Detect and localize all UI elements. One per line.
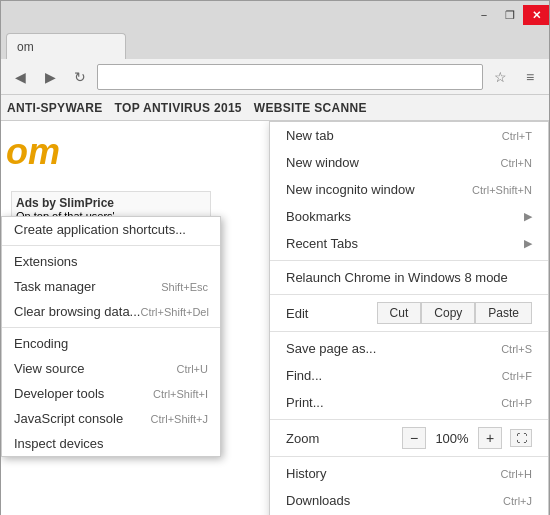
menu-history-label: History [286,466,326,481]
left-menu-developer-tools[interactable]: Developer tools Ctrl+Shift+I [2,381,220,406]
menu-sep-3 [270,331,548,332]
zoom-plus-button[interactable]: + [478,427,502,449]
site-logo: om [6,131,60,173]
menu-print-shortcut: Ctrl+P [501,397,532,409]
menu-sep-5 [270,456,548,457]
menu-bookmarks-arrow: ▶ [524,210,532,223]
menu-print-label: Print... [286,395,324,410]
menu-new-window-shortcut: Ctrl+N [501,157,532,169]
browser-window: − ❐ ✕ om ◀ ▶ ↻ ☆ ≡ ANTI-SPYWARE TOP ANTI… [0,0,550,515]
left-menu-clear-browsing-label: Clear browsing data... [14,304,140,319]
menu-relaunch[interactable]: Relaunch Chrome in Windows 8 mode [270,264,548,291]
menu-new-window[interactable]: New window Ctrl+N [270,149,548,176]
tab-label: om [17,40,34,54]
menu-new-window-label: New window [286,155,359,170]
toolbar: ◀ ▶ ↻ ☆ ≡ [1,59,549,95]
star-icon[interactable]: ☆ [487,64,513,90]
menu-bookmarks-label: Bookmarks [286,209,351,224]
left-menu-inspect-devices-label: Inspect devices [14,436,104,451]
omnibox[interactable] [97,64,483,90]
ad-title: Ads by SlimPrice [16,196,206,210]
left-menu-clear-browsing-shortcut: Ctrl+Shift+Del [140,306,208,318]
left-menu-task-manager-label: Task manager [14,279,96,294]
left-menu-developer-tools-shortcut: Ctrl+Shift+I [153,388,208,400]
menu-find-label: Find... [286,368,322,383]
menu-cut-button[interactable]: Cut [377,302,422,324]
page-content: om Ads by SlimPrice On top of that users… [1,121,549,515]
menu-edit-label: Edit [286,306,377,321]
menu-sep-2 [270,294,548,295]
menu-history[interactable]: History Ctrl+H [270,460,548,487]
menu-bookmarks[interactable]: Bookmarks ▶ [270,203,548,230]
title-bar: − ❐ ✕ [1,1,549,29]
left-menu-separator-1 [2,245,220,246]
menu-history-shortcut: Ctrl+H [501,468,532,480]
menu-downloads-label: Downloads [286,493,350,508]
menu-save-page-shortcut: Ctrl+S [501,343,532,355]
menu-print[interactable]: Print... Ctrl+P [270,389,548,416]
menu-new-tab[interactable]: New tab Ctrl+T [270,122,548,149]
back-button[interactable]: ◀ [7,64,33,90]
menu-zoom-row: Zoom − 100% + ⛶ [270,423,548,453]
zoom-expand-button[interactable]: ⛶ [510,429,532,447]
left-menu-extensions-label: Extensions [14,254,78,269]
menu-new-incognito[interactable]: New incognito window Ctrl+Shift+N [270,176,548,203]
bookmarks-bar: ANTI-SPYWARE TOP ANTIVIRUS 2015 WEBSITE … [1,95,549,121]
chrome-menu: New tab Ctrl+T New window Ctrl+N New inc… [269,121,549,515]
left-menu-js-console-label: JavaScript console [14,411,123,426]
left-menu-encoding[interactable]: Encoding [2,331,220,356]
menu-zoom-label: Zoom [286,431,394,446]
minimize-button[interactable]: − [471,5,497,25]
left-menu-clear-browsing[interactable]: Clear browsing data... Ctrl+Shift+Del [2,299,220,324]
active-tab[interactable]: om [6,33,126,59]
menu-save-page[interactable]: Save page as... Ctrl+S [270,335,548,362]
reload-button[interactable]: ↻ [67,64,93,90]
menu-recent-tabs-label: Recent Tabs [286,236,358,251]
menu-new-tab-shortcut: Ctrl+T [502,130,532,142]
title-bar-controls: − ❐ ✕ [471,5,549,25]
left-menu-create-shortcuts[interactable]: Create application shortcuts... [2,217,220,242]
left-menu-view-source-shortcut: Ctrl+U [177,363,208,375]
menu-downloads-shortcut: Ctrl+J [503,495,532,507]
left-menu-js-console[interactable]: JavaScript console Ctrl+Shift+J [2,406,220,431]
zoom-minus-button[interactable]: − [402,427,426,449]
tab-bar: om [1,29,549,59]
bookmark-item-scanner[interactable]: WEBSITE SCANNE [254,101,367,115]
menu-copy-button[interactable]: Copy [421,302,475,324]
menu-new-incognito-shortcut: Ctrl+Shift+N [472,184,532,196]
bookmark-item-antivirus[interactable]: TOP ANTIVIRUS 2015 [115,101,242,115]
left-menu-extensions[interactable]: Extensions [2,249,220,274]
menu-relaunch-label: Relaunch Chrome in Windows 8 mode [286,270,508,285]
close-button[interactable]: ✕ [523,5,549,25]
left-menu-separator-2 [2,327,220,328]
zoom-value: 100% [434,431,470,446]
left-menu-js-console-shortcut: Ctrl+Shift+J [151,413,208,425]
left-menu-view-source-label: View source [14,361,85,376]
left-menu-encoding-label: Encoding [14,336,68,351]
left-menu-task-manager-shortcut: Shift+Esc [161,281,208,293]
maximize-button[interactable]: ❐ [497,5,523,25]
menu-icon[interactable]: ≡ [517,64,543,90]
menu-new-tab-label: New tab [286,128,334,143]
menu-edit-row: Edit Cut Copy Paste [270,298,548,328]
menu-new-incognito-label: New incognito window [286,182,415,197]
forward-button[interactable]: ▶ [37,64,63,90]
menu-downloads[interactable]: Downloads Ctrl+J [270,487,548,514]
menu-recent-tabs[interactable]: Recent Tabs ▶ [270,230,548,257]
menu-find-shortcut: Ctrl+F [502,370,532,382]
menu-sep-1 [270,260,548,261]
bookmark-item-antispyware[interactable]: ANTI-SPYWARE [7,101,103,115]
menu-sep-4 [270,419,548,420]
menu-recent-tabs-arrow: ▶ [524,237,532,250]
menu-find[interactable]: Find... Ctrl+F [270,362,548,389]
left-context-menu: Create application shortcuts... Extensio… [1,216,221,457]
left-menu-create-shortcuts-label: Create application shortcuts... [14,222,186,237]
menu-paste-button[interactable]: Paste [475,302,532,324]
left-menu-view-source[interactable]: View source Ctrl+U [2,356,220,381]
left-menu-inspect-devices[interactable]: Inspect devices [2,431,220,456]
left-menu-task-manager[interactable]: Task manager Shift+Esc [2,274,220,299]
menu-save-page-label: Save page as... [286,341,376,356]
left-menu-developer-tools-label: Developer tools [14,386,104,401]
